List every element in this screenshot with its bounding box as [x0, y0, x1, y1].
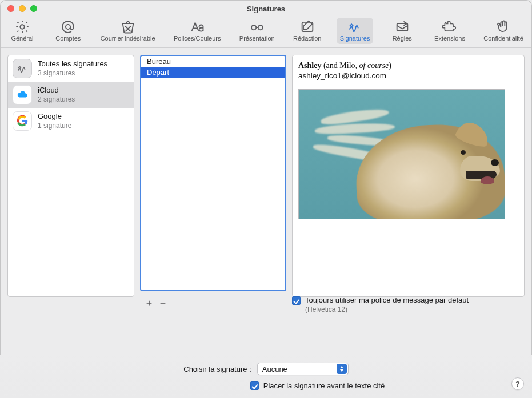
choose-signature-label: Choisir la signature :: [183, 365, 251, 373]
use-default-font-checkbox[interactable]: [292, 296, 301, 305]
signature-icon: [347, 20, 363, 34]
help-symbol: ?: [515, 380, 520, 388]
signature-add-remove: [140, 294, 286, 309]
zoom-window-button[interactable]: [30, 5, 37, 12]
tab-signatures[interactable]: Signatures: [337, 18, 374, 44]
tab-label: Général: [11, 35, 33, 42]
signature-list[interactable]: Bureau Départ: [140, 55, 286, 291]
signature-name-bold: Ashley: [298, 61, 321, 70]
bottom-controls: Choisir la signature : Aucune Placer la …: [0, 355, 532, 398]
compose-icon: [299, 20, 315, 34]
add-signature-button[interactable]: [142, 297, 156, 309]
titlebar: Signatures: [1, 1, 531, 17]
preferences-toolbar: Général Comptes Courrier indésirable Pol…: [1, 17, 531, 48]
gear-icon: [14, 20, 30, 34]
window-title: Signatures: [247, 5, 285, 13]
main-content: Toutes les signatures 3 signatures iClou…: [1, 48, 531, 294]
choose-signature-value: Aucune: [262, 365, 333, 373]
account-subtitle: 1 signature: [38, 122, 71, 130]
account-row-icloud[interactable]: iCloud 2 signatures: [8, 82, 134, 108]
signature-name-line: Ashley (and Milo, of course): [298, 61, 518, 70]
signature-list-column: Bureau Départ: [140, 55, 286, 291]
tab-privacy[interactable]: Confidentialité: [480, 18, 527, 44]
junk-icon: [120, 20, 136, 34]
choose-signature-select[interactable]: Aucune: [257, 363, 349, 375]
tab-label: Extensions: [434, 35, 465, 42]
account-row-all[interactable]: Toutes les signatures 3 signatures: [8, 55, 134, 82]
tab-general[interactable]: Général: [5, 18, 39, 44]
tab-extensions[interactable]: Extensions: [431, 18, 469, 44]
account-text: iCloud 2 signatures: [38, 86, 75, 103]
account-subtitle: 3 signatures: [38, 69, 107, 78]
signature-collection-icon: [13, 59, 32, 78]
tab-viewing[interactable]: Présentation: [236, 18, 278, 44]
signature-item[interactable]: Départ: [141, 67, 285, 78]
rules-icon: [394, 20, 410, 34]
account-name: Toutes les signatures: [38, 59, 107, 69]
glasses-icon: [249, 20, 265, 34]
icloud-icon: [13, 85, 32, 104]
svg-point-1: [66, 25, 70, 29]
tab-label: Rédaction: [293, 35, 322, 42]
choose-signature-row: Choisir la signature : Aucune: [7, 363, 525, 375]
tab-fonts[interactable]: Polices/Couleurs: [170, 18, 225, 44]
accounts-list[interactable]: Toutes les signatures 3 signatures iClou…: [7, 55, 134, 297]
select-stepper-icon: [337, 364, 347, 374]
hand-icon: [495, 20, 511, 34]
tab-junk[interactable]: Courrier indésirable: [97, 18, 159, 44]
signature-preview[interactable]: Ashley (and Milo, of course) ashley_rico…: [292, 55, 525, 297]
svg-point-3: [258, 25, 262, 30]
tab-rules[interactable]: Règles: [385, 18, 419, 44]
help-button[interactable]: ?: [511, 377, 524, 390]
default-font-option: Toujours utiliser ma police de message p…: [292, 294, 525, 313]
account-text: Google 1 signature: [38, 112, 71, 130]
signature-image: [298, 89, 505, 219]
tab-label: Polices/Couleurs: [174, 35, 221, 42]
tab-label: Règles: [393, 35, 412, 42]
signature-name-paren: (and Milo,: [321, 61, 359, 70]
account-subtitle: 2 signatures: [38, 95, 75, 104]
place-before-quoted-label: Placer la signature avant le texte cité: [263, 381, 385, 390]
account-name: Google: [38, 112, 71, 121]
signature-item[interactable]: Bureau: [141, 56, 285, 67]
place-before-quoted-row: Placer la signature avant le texte cité: [110, 381, 525, 390]
account-text: Toutes les signatures 3 signatures: [38, 59, 107, 77]
tab-label: Présentation: [239, 35, 275, 42]
account-row-google[interactable]: Google 1 signature: [8, 108, 134, 134]
use-default-font-label: Toujours utiliser ma police de message p…: [305, 296, 469, 304]
fonts-icon: [189, 20, 205, 34]
window-controls: [7, 5, 37, 12]
tab-label: Courrier indésirable: [101, 35, 155, 42]
close-window-button[interactable]: [7, 5, 14, 12]
default-font-subtitle: (Helvetica 12): [305, 305, 525, 313]
tab-label: Signatures: [340, 35, 370, 42]
svg-point-2: [251, 25, 256, 30]
signature-name-italic: of course: [359, 61, 389, 70]
tab-accounts[interactable]: Comptes: [51, 18, 85, 44]
google-icon: [13, 111, 32, 131]
signature-name-paren-close: ): [389, 61, 391, 70]
place-before-quoted-checkbox[interactable]: [250, 381, 259, 390]
signature-email: ashley_rico1@icloud.com: [298, 71, 518, 80]
tab-label: Confidentialité: [483, 35, 523, 42]
puzzle-icon: [442, 20, 458, 34]
minimize-window-button[interactable]: [19, 5, 26, 12]
tab-label: Comptes: [55, 35, 81, 42]
svg-point-0: [20, 25, 24, 29]
tab-compose[interactable]: Rédaction: [290, 18, 325, 44]
account-name: iCloud: [38, 86, 75, 95]
at-icon: [60, 20, 76, 34]
remove-signature-button[interactable]: [156, 297, 170, 309]
